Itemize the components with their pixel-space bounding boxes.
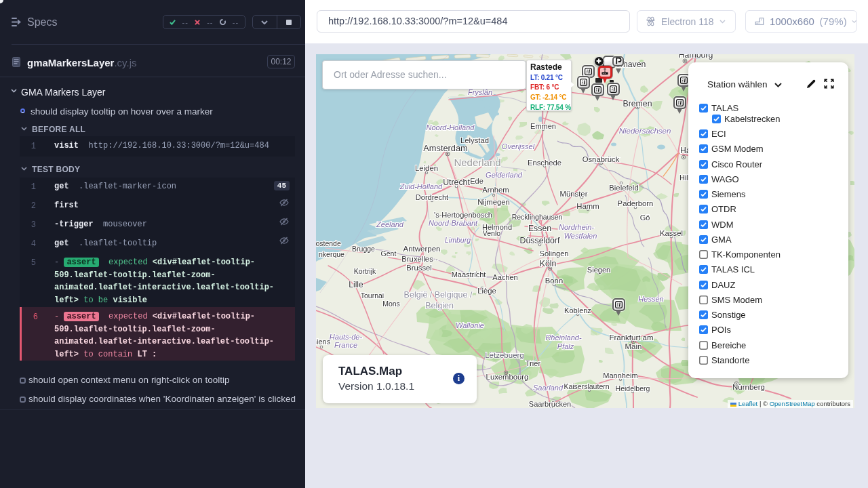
svg-text:Aachen: Aachen <box>492 273 517 281</box>
svg-text:Brussel: Brussel <box>406 264 432 272</box>
svg-text:Liège: Liège <box>477 287 496 295</box>
svg-text:Siegen: Siegen <box>587 266 610 274</box>
svg-text:Heidelberg: Heidelberg <box>616 384 650 392</box>
svg-text:Gent: Gent <box>381 249 397 258</box>
svg-text:Osnabrück: Osnabrück <box>583 155 620 163</box>
svg-text:nkerque: nkerque <box>319 250 344 258</box>
svg-text:Mannheim: Mannheim <box>603 371 637 380</box>
svg-text:Emmen: Emmen <box>530 122 556 130</box>
svg-text:Hamm: Hamm <box>576 202 599 210</box>
svg-text:Hil: Hil <box>679 174 688 182</box>
svg-text:Leiden: Leiden <box>415 164 438 172</box>
svg-text:Bielefeld: Bielefeld <box>609 184 638 192</box>
svg-text:Ede: Ede <box>470 177 484 185</box>
svg-text:Limburg: Limburg <box>445 236 471 244</box>
svg-text:Paderborn: Paderborn <box>618 199 654 207</box>
svg-text:Kortrijk: Kortrijk <box>354 267 376 275</box>
svg-text:Luxembourg: Luxembourg <box>486 373 529 381</box>
svg-text:Zuid-Holland: Zuid-Holland <box>399 182 443 190</box>
svg-text:Kaiserslautern: Kaiserslautern <box>564 382 609 390</box>
svg-text:Gelderland: Gelderland <box>486 171 523 179</box>
svg-text:Nordrhein-: Nordrhein- <box>559 223 594 231</box>
svg-text:Lëtzebuerg: Lëtzebuerg <box>485 351 524 359</box>
svg-text:Bruxelles -: Bruxelles - <box>401 255 438 263</box>
svg-text:Wallonie: Wallonie <box>456 321 484 329</box>
svg-text:Main: Main <box>625 342 642 350</box>
svg-text:Venlo: Venlo <box>483 229 500 237</box>
svg-text:Tournai: Tournai <box>361 291 384 300</box>
svg-text:Kassel: Kassel <box>660 229 683 237</box>
svg-text:Amsterdam: Amsterdam <box>423 143 467 153</box>
svg-text:Niedersachsen: Niedersachsen <box>619 127 671 135</box>
svg-text:Hauts-de-: Hauts-de- <box>330 333 363 341</box>
svg-text:Frankfurt am: Frankfurt am <box>609 333 653 342</box>
svg-text:Westfalen: Westfalen <box>564 232 597 240</box>
svg-text:Köln: Köln <box>540 259 557 268</box>
svg-text:Nederland: Nederland <box>454 157 500 168</box>
svg-text:Lelystad: Lelystad <box>460 136 489 144</box>
svg-text:Saarbrücken: Saarbrücken <box>529 400 571 408</box>
svg-text:Hamburg: Hamburg <box>679 54 713 60</box>
svg-text:Antwerpen: Antwerpen <box>403 245 441 253</box>
svg-text:Brugge: Brugge <box>352 245 375 253</box>
svg-text:Utrecht: Utrecht <box>443 178 470 187</box>
svg-text:Gö: Gö <box>640 214 650 222</box>
svg-text:Münster: Münster <box>560 190 588 198</box>
svg-text:Recklinghausen: Recklinghausen <box>512 213 563 221</box>
svg-text:Overijssel: Overijssel <box>502 142 535 150</box>
svg-text:France: France <box>334 341 357 349</box>
svg-text:Oostende: Oostende <box>316 239 341 247</box>
svg-text:Pfalz: Pfalz <box>557 342 574 350</box>
svg-text:Noord-Brabant: Noord-Brabant <box>429 219 478 227</box>
svg-text:Lille: Lille <box>349 280 363 289</box>
svg-text:Hessen: Hessen <box>638 295 663 303</box>
svg-text:Zeeland: Zeeland <box>376 220 404 228</box>
svg-text:Maastricht: Maastricht <box>452 270 486 279</box>
svg-text:niens: niens <box>316 338 331 346</box>
svg-text:Belgien: Belgien <box>425 301 454 310</box>
svg-text:Düsseldorf: Düsseldorf <box>520 236 560 245</box>
svg-text:Arnhem: Arnhem <box>482 186 509 194</box>
svg-text:Saarland: Saarland <box>533 384 564 392</box>
svg-text:Dordrecht: Dordrecht <box>416 193 448 201</box>
svg-text:Solingen: Solingen <box>540 249 569 258</box>
svg-text:Enschede: Enschede <box>528 159 561 167</box>
svg-text:Koblenz: Koblenz <box>564 306 591 314</box>
svg-text:'s-Hertogenbosch: 's-Hertogenbosch <box>434 211 492 219</box>
svg-text:Mons: Mons <box>382 300 400 308</box>
svg-text:Essen: Essen <box>528 224 551 233</box>
svg-text:België / Belgique /: België / Belgique / <box>404 290 473 300</box>
svg-text:Rheinland-: Rheinland- <box>545 333 582 342</box>
svg-text:Nijmegen: Nijmegen <box>477 198 510 206</box>
svg-text:Noord-Holland: Noord-Holland <box>427 123 475 131</box>
svg-text:Bremen: Bremen <box>623 99 652 108</box>
svg-text:Bonn: Bonn <box>545 277 563 285</box>
svg-text:Trier: Trier <box>526 359 541 367</box>
svg-text:Nürnberg: Nürnberg <box>732 383 765 391</box>
